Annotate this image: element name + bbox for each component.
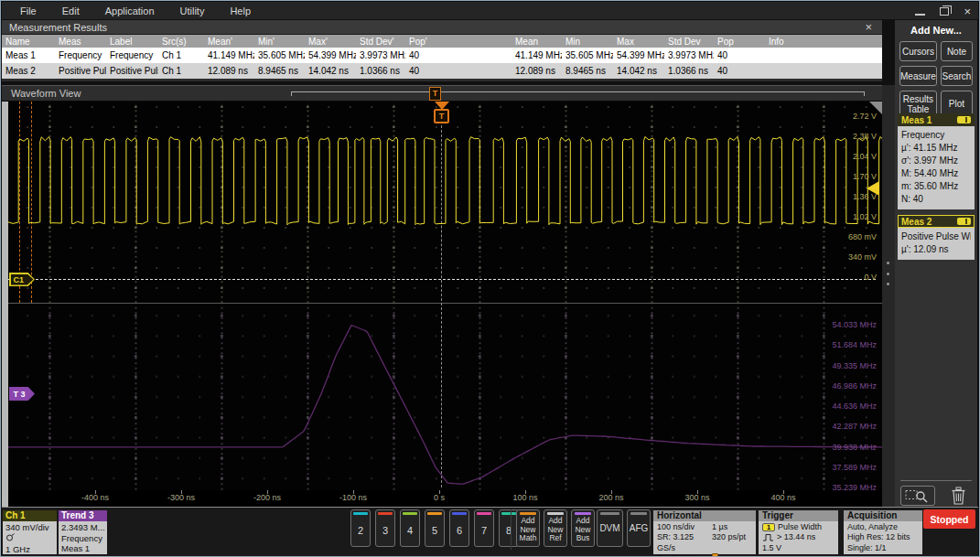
trigger-marker-icon[interactable]: T [434, 109, 449, 123]
axis-tickmark [267, 490, 268, 494]
horizontal-scale: 100 ns/div [657, 522, 712, 532]
channel-4-button[interactable]: 4 [400, 509, 420, 547]
button-label: Add New Math [520, 517, 537, 543]
channel-number: 5 [432, 525, 437, 536]
channel-7-button[interactable]: 7 [474, 509, 494, 547]
panel-title: Trigger [759, 510, 838, 521]
column-header: Max [613, 35, 664, 48]
table-cell: 41.149 MHz [204, 48, 254, 63]
horizontal-window: 1 µs [712, 522, 752, 532]
column-header: Pop' [405, 35, 457, 48]
axis-tick-label: 54.033 MHz [832, 320, 877, 329]
button-label: Add New Ref [547, 517, 563, 543]
close-icon[interactable]: × [964, 5, 971, 17]
trigger-condition: > 13.44 ns [777, 532, 815, 542]
drag-handle-icon[interactable] [887, 262, 890, 285]
trend3-meas: Meas 1 [61, 543, 104, 554]
add-new-math-button[interactable]: Add New Math [516, 509, 540, 547]
table-cell: 8.9465 ns [562, 63, 613, 79]
dvm-button[interactable]: DVM [597, 509, 623, 547]
column-header: Label [106, 35, 158, 48]
column-header [457, 35, 512, 48]
axis-tick-label: 46.986 MHz [832, 381, 877, 391]
measure-button[interactable]: Measure [899, 66, 937, 86]
sidebar-divider [900, 480, 972, 481]
waveform-view-titlebar: Waveform View T [2, 85, 882, 102]
acq-resolution: High Res: 12 bits [847, 532, 919, 542]
graticule[interactable]: T C1 T 3 2.72 V2.38 V2.04 V1.70 V1.36 V1… [8, 102, 882, 490]
channel-color-stripe [378, 512, 393, 515]
left-edge-strip [2, 102, 8, 507]
trigger-panel[interactable]: Trigger 1Pulse Width > 13.44 ns 1.5 V [759, 510, 838, 554]
badge-line: N: 40 [901, 193, 971, 206]
channel-color-stripe [452, 512, 467, 515]
menu-edit[interactable]: Edit [49, 4, 92, 18]
minimize-icon[interactable] [915, 7, 925, 16]
axis-tickmark [439, 490, 440, 494]
add-new-bus-button[interactable]: Add New Bus [571, 509, 595, 547]
table-cell: 40 [714, 63, 765, 79]
table-cell: Positive Puls... [106, 63, 158, 79]
measurement-row[interactable]: Meas 2Positive Puls...Positive Puls...Ch… [2, 63, 882, 79]
axis-tick-label: 49.335 MHz [832, 361, 877, 370]
probe-icon [5, 533, 54, 545]
axis-tickmark [525, 490, 526, 494]
table-cell: 1.0366 ns [664, 63, 714, 79]
waveform-canvas [8, 102, 882, 490]
badge-line: µ': 41.15 MHz [901, 142, 971, 155]
menu-file[interactable]: File [7, 4, 49, 18]
cursors-button[interactable]: Cursors [899, 41, 937, 61]
channel-5-button[interactable]: 5 [425, 509, 445, 547]
menu-utility[interactable]: Utility [167, 4, 218, 18]
panel-splitter[interactable] [882, 85, 895, 507]
meas2-badge[interactable]: Meas 2 Positive Pulse Widthµ': 12.09 ns [898, 215, 975, 260]
badge-line: m: 35.60 MHz [901, 180, 971, 193]
waveform-view-panel[interactable]: Waveform View T T C1 T 3 [2, 85, 882, 507]
measurement-row[interactable]: Meas 1FrequencyFrequencyCh 141.149 MHz35… [2, 48, 882, 63]
add-new-ref-button[interactable]: Add New Ref [544, 509, 567, 547]
column-header: Pop [714, 35, 765, 48]
run-stop-button[interactable]: Stopped [923, 509, 975, 529]
ch1-badge[interactable]: Ch 1 340 mV/div 1 GHz [3, 510, 57, 554]
channel-2-button[interactable]: 2 [350, 509, 371, 547]
meas1-badge[interactable]: Meas 1 Frequencyµ': 41.15 MHzσ': 3.997 M… [898, 113, 975, 209]
restore-icon[interactable] [940, 7, 949, 16]
trigger-position-chip[interactable]: T [429, 87, 441, 101]
table-cell: Ch 1 [158, 63, 204, 79]
axis-tick-label: 44.636 MHz [832, 402, 877, 411]
menu-help[interactable]: Help [217, 4, 264, 18]
menu-application[interactable]: Application [92, 4, 167, 18]
table-cell: 14.042 ns [613, 63, 664, 79]
table-cell: 3.9973 MHz [356, 48, 405, 63]
pulse-icon [762, 533, 774, 541]
acq-mode: Auto, Analyze [847, 522, 919, 532]
trend3-badge[interactable]: Trend 3 2.3493 M... Frequency Meas 1 [59, 510, 107, 554]
table-cell: 54.399 MHz [613, 48, 664, 63]
search-button[interactable]: Search [941, 66, 973, 86]
table-cell: 3.9973 MHz [664, 48, 714, 63]
column-header: Min' [254, 35, 305, 48]
channel-color-stripe [353, 512, 368, 515]
column-header: Info [765, 35, 882, 48]
channel-6-button[interactable]: 6 [449, 509, 469, 547]
panel-title: Waveform View [11, 88, 81, 99]
button-color-stripe [547, 512, 564, 515]
axis-tick-label: -300 ns [154, 493, 209, 502]
badge-line: µ': 12.09 ns [901, 243, 971, 256]
note-button[interactable]: Note [941, 41, 973, 61]
measurement-results-panel: Measurement Results × NameMeasLabelSrc(s… [2, 20, 882, 81]
delete-button[interactable] [947, 485, 969, 507]
axis-tick-label: 300 ns [670, 493, 725, 502]
column-header: Min [562, 35, 613, 48]
time-axis: -400 ns-300 ns-200 ns-100 ns0 s100 ns200… [8, 490, 882, 507]
trigger-level: 1.5 V [762, 543, 781, 553]
acquisition-panel[interactable]: Acquisition Auto, Analyze High Res: 12 b… [844, 510, 922, 554]
channel-3-button[interactable]: 3 [375, 509, 395, 547]
channel-color-stripe [403, 512, 417, 515]
afg-button[interactable]: AFG [627, 509, 651, 547]
close-icon[interactable]: × [862, 22, 875, 33]
box-zoom-button[interactable] [900, 486, 935, 506]
horizontal-panel[interactable]: Horizontal 100 ns/div 1 µs SR: 3.125 GS/… [653, 510, 756, 554]
table-cell: 1.0366 ns [356, 63, 405, 79]
ch1-bandwidth: 1 GHz [5, 544, 54, 554]
